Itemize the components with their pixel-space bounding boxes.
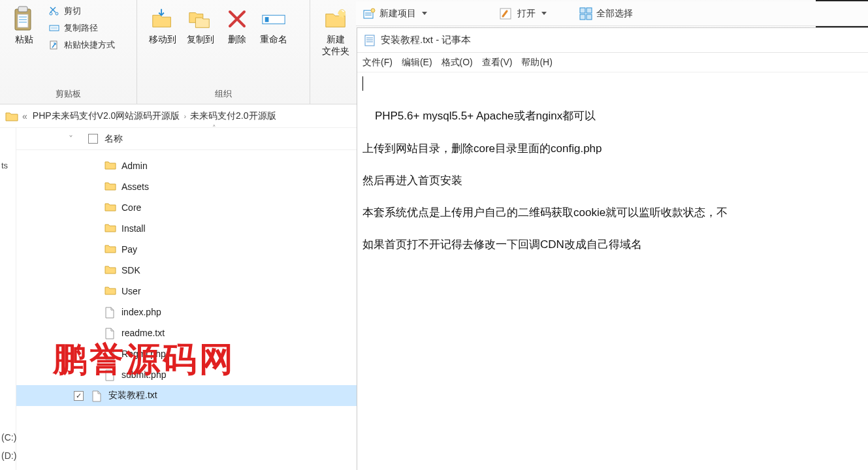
menu-edit[interactable]: 编辑(E) — [402, 57, 432, 69]
file-icon — [104, 328, 116, 338]
breadcrumb-prev[interactable]: « — [22, 111, 33, 121]
svg-rect-22 — [587, 14, 592, 20]
paste-icon — [12, 7, 37, 31]
paste-shortcut-button[interactable]: 粘贴快捷方式 — [46, 38, 118, 52]
file-icon — [104, 349, 116, 359]
new-project-icon — [362, 8, 376, 20]
select-all-checkbox[interactable] — [88, 134, 98, 144]
file-name: Pay — [121, 244, 137, 255]
open-button[interactable]: 打开 — [499, 7, 547, 20]
svg-rect-23 — [365, 35, 374, 46]
file-name: SDK — [121, 265, 140, 275]
copy-to-button[interactable]: 复制到 — [182, 4, 219, 48]
collapse-caret-icon[interactable]: ˄ — [212, 124, 216, 133]
paste-button[interactable]: 粘贴 — [7, 4, 42, 48]
file-name: Assets — [121, 181, 149, 192]
text-caret — [362, 76, 363, 91]
nav-trunc: ts — [0, 161, 16, 170]
menu-help[interactable]: 帮助(H) — [521, 57, 552, 69]
file-name: Regml.php — [121, 349, 166, 359]
folder-icon — [104, 202, 116, 213]
nav-pane[interactable]: ts — [0, 128, 16, 470]
svg-point-17 — [371, 8, 375, 12]
folder-icon — [5, 111, 18, 121]
ribbon-group-clipboard: 粘贴 剪切 复制路径 — [0, 0, 137, 104]
svg-rect-19 — [580, 8, 585, 13]
new-project-button[interactable]: 新建项目 — [362, 8, 427, 20]
select-all-icon — [579, 7, 592, 20]
file-name: Core — [121, 202, 141, 213]
svg-rect-12 — [265, 17, 269, 22]
new-folder-label-1: 新建 — [327, 34, 345, 46]
file-name: User — [121, 286, 141, 296]
notepad-content[interactable]: PHP5.6+ mysql5.5+ Apache或者nginx都可以 上传到网站… — [357, 72, 868, 274]
scissors-icon — [48, 5, 60, 17]
copy-to-icon — [188, 7, 213, 31]
open-icon — [499, 7, 513, 20]
notepad-icon — [364, 34, 376, 47]
file-name: readme.txt — [121, 328, 165, 338]
file-icon — [91, 390, 103, 401]
expand-caret-icon[interactable]: ˅ — [69, 134, 82, 144]
svg-point-6 — [50, 12, 52, 15]
row-checkbox[interactable]: ✓ — [74, 391, 84, 401]
new-project-label: 新建项目 — [379, 8, 416, 20]
svg-rect-21 — [580, 14, 585, 20]
copy-path-label: 复制路径 — [64, 22, 98, 34]
new-folder-label-2: 文件夹 — [322, 46, 349, 57]
svg-rect-9 — [51, 27, 57, 29]
file-icon — [104, 369, 116, 380]
ribbon-group-new: 新建 文件夹 — [310, 0, 361, 104]
notepad-text: PHP5.6+ mysql5.5+ Apache或者nginx都可以 上传到网站… — [362, 110, 728, 251]
column-name[interactable]: 名称 — [104, 133, 123, 145]
delete-icon — [225, 7, 249, 31]
drive-c[interactable]: (C:) — [1, 428, 16, 446]
folder-icon — [104, 161, 116, 171]
copy-path-button[interactable]: 复制路径 — [46, 21, 118, 35]
delete-button[interactable]: 删除 — [219, 4, 255, 48]
cut-label: 剪切 — [64, 5, 81, 17]
file-name: submit.php — [121, 369, 166, 380]
file-name: Admin — [121, 161, 148, 171]
file-name: 安装教程.txt — [108, 390, 157, 401]
chevron-down-icon — [541, 12, 547, 15]
cut-button[interactable]: 剪切 — [46, 4, 118, 18]
secondary-toolbar: 新建项目 打开 全部选择 — [356, 1, 868, 26]
chevron-down-icon — [422, 12, 427, 15]
notepad-window: 安装教程.txt - 记事本 文件(F) 编辑(E) 格式(O) 查看(V) 帮… — [357, 27, 868, 470]
file-icon — [104, 307, 116, 317]
new-folder-icon — [323, 7, 348, 31]
select-all-button[interactable]: 全部选择 — [579, 7, 633, 20]
organize-group-label: 组织 — [144, 86, 303, 102]
new-folder-button[interactable]: 新建 文件夹 — [317, 4, 355, 60]
notepad-titlebar[interactable]: 安装教程.txt - 记事本 — [357, 28, 868, 53]
ribbon-group-organize: 移动到 复制到 删除 — [137, 0, 310, 104]
rename-label: 重命名 — [260, 34, 287, 46]
copy-to-label: 复制到 — [187, 34, 214, 46]
move-to-label: 移动到 — [149, 34, 176, 46]
paste-label: 粘贴 — [15, 34, 33, 46]
clipboard-group-label: 剪贴板 — [7, 86, 130, 102]
open-label: 打开 — [517, 8, 536, 20]
shortcut-icon — [48, 39, 60, 51]
select-all-label: 全部选择 — [596, 8, 633, 20]
folder-icon — [104, 223, 116, 234]
menu-format[interactable]: 格式(O) — [442, 57, 473, 69]
delete-label: 删除 — [228, 34, 246, 46]
paste-shortcut-label: 粘贴快捷方式 — [64, 39, 115, 51]
svg-rect-2 — [18, 14, 28, 27]
folder-icon — [104, 265, 116, 275]
file-name: index.php — [121, 307, 161, 317]
breadcrumb-part2[interactable]: 未来码支付2.0开源版 — [190, 110, 276, 122]
breadcrumb-part1[interactable]: PHP未来码支付V2.0网站源码开源版 — [33, 110, 180, 122]
svg-rect-20 — [587, 8, 592, 13]
menu-view[interactable]: 查看(V) — [482, 57, 513, 69]
move-to-button[interactable]: 移动到 — [144, 4, 182, 48]
menu-file[interactable]: 文件(F) — [362, 57, 393, 69]
folder-icon — [104, 286, 116, 296]
notepad-menu: 文件(F) 编辑(E) 格式(O) 查看(V) 帮助(H) — [357, 53, 868, 72]
drive-d[interactable]: (D:) — [1, 446, 16, 465]
drives: (C:) (D:) — [1, 428, 16, 465]
folder-icon — [104, 244, 116, 255]
rename-button[interactable]: 重命名 — [255, 4, 293, 48]
